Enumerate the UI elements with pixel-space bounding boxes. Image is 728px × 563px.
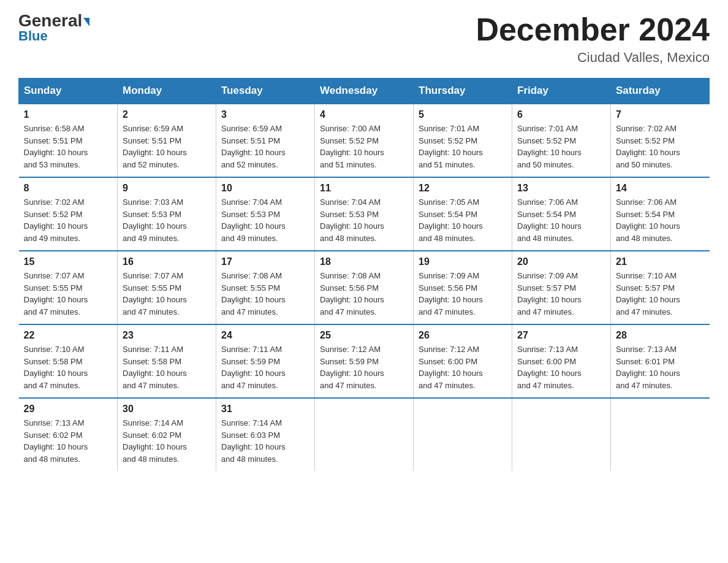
day-info: Sunrise: 6:59 AMSunset: 5:51 PMDaylight:… xyxy=(221,123,309,170)
week-row-1: 1Sunrise: 6:58 AMSunset: 5:51 PMDaylight… xyxy=(19,104,710,177)
day-number: 20 xyxy=(517,256,605,267)
day-info: Sunrise: 7:01 AMSunset: 5:52 PMDaylight:… xyxy=(517,123,605,170)
calendar-cell xyxy=(611,398,710,471)
page-header: General Blue December 2024 Ciudad Valles… xyxy=(18,12,710,66)
day-number: 24 xyxy=(221,330,309,341)
day-number: 6 xyxy=(517,109,605,120)
day-info: Sunrise: 7:13 AMSunset: 6:00 PMDaylight:… xyxy=(517,343,605,391)
calendar-cell: 5Sunrise: 7:01 AMSunset: 5:52 PMDaylight… xyxy=(414,104,512,177)
day-info: Sunrise: 7:07 AMSunset: 5:55 PMDaylight:… xyxy=(24,270,113,318)
calendar-header: Sunday Monday Tuesday Wednesday Thursday… xyxy=(19,79,710,104)
col-sunday: Sunday xyxy=(19,79,118,104)
calendar-cell: 20Sunrise: 7:09 AMSunset: 5:57 PMDayligh… xyxy=(512,251,611,324)
calendar-cell: 22Sunrise: 7:10 AMSunset: 5:58 PMDayligh… xyxy=(19,324,118,398)
calendar-cell: 31Sunrise: 7:14 AMSunset: 6:03 PMDayligh… xyxy=(216,398,315,471)
calendar-cell xyxy=(512,398,611,471)
page-subtitle: Ciudad Valles, Mexico xyxy=(476,50,710,66)
logo-triangle-icon xyxy=(83,18,89,26)
day-info: Sunrise: 7:02 AMSunset: 5:52 PMDaylight:… xyxy=(24,196,113,244)
day-number: 5 xyxy=(419,109,507,120)
calendar-table: Sunday Monday Tuesday Wednesday Thursday… xyxy=(18,78,710,471)
day-number: 17 xyxy=(221,256,309,267)
day-info: Sunrise: 7:08 AMSunset: 5:55 PMDaylight:… xyxy=(221,270,309,318)
calendar-cell: 27Sunrise: 7:13 AMSunset: 6:00 PMDayligh… xyxy=(512,324,611,398)
day-number: 27 xyxy=(517,330,605,341)
day-info: Sunrise: 7:09 AMSunset: 5:56 PMDaylight:… xyxy=(419,270,507,318)
week-row-3: 15Sunrise: 7:07 AMSunset: 5:55 PMDayligh… xyxy=(19,251,710,324)
week-row-4: 22Sunrise: 7:10 AMSunset: 5:58 PMDayligh… xyxy=(19,324,710,398)
day-number: 8 xyxy=(24,183,113,194)
day-info: Sunrise: 7:09 AMSunset: 5:57 PMDaylight:… xyxy=(517,270,605,318)
col-wednesday: Wednesday xyxy=(315,79,414,104)
calendar-cell: 17Sunrise: 7:08 AMSunset: 5:55 PMDayligh… xyxy=(216,251,315,324)
calendar-cell: 12Sunrise: 7:05 AMSunset: 5:54 PMDayligh… xyxy=(414,177,512,251)
calendar-cell: 11Sunrise: 7:04 AMSunset: 5:53 PMDayligh… xyxy=(315,177,414,251)
day-number: 12 xyxy=(419,183,507,194)
day-number: 14 xyxy=(616,183,705,194)
col-thursday: Thursday xyxy=(414,79,512,104)
day-info: Sunrise: 7:08 AMSunset: 5:56 PMDaylight:… xyxy=(320,270,408,318)
calendar-cell: 8Sunrise: 7:02 AMSunset: 5:52 PMDaylight… xyxy=(19,177,118,251)
day-info: Sunrise: 7:11 AMSunset: 5:58 PMDaylight:… xyxy=(123,343,211,391)
calendar-cell: 21Sunrise: 7:10 AMSunset: 5:57 PMDayligh… xyxy=(611,251,710,324)
week-row-2: 8Sunrise: 7:02 AMSunset: 5:52 PMDaylight… xyxy=(19,177,710,251)
calendar-cell: 6Sunrise: 7:01 AMSunset: 5:52 PMDaylight… xyxy=(512,104,611,177)
calendar-cell: 18Sunrise: 7:08 AMSunset: 5:56 PMDayligh… xyxy=(315,251,414,324)
calendar-cell: 15Sunrise: 7:07 AMSunset: 5:55 PMDayligh… xyxy=(19,251,118,324)
day-info: Sunrise: 7:07 AMSunset: 5:55 PMDaylight:… xyxy=(123,270,211,318)
calendar-cell: 9Sunrise: 7:03 AMSunset: 5:53 PMDaylight… xyxy=(118,177,216,251)
day-info: Sunrise: 7:02 AMSunset: 5:52 PMDaylight:… xyxy=(616,123,705,170)
header-row: Sunday Monday Tuesday Wednesday Thursday… xyxy=(19,79,710,104)
calendar-cell: 29Sunrise: 7:13 AMSunset: 6:02 PMDayligh… xyxy=(19,398,118,471)
calendar-cell: 16Sunrise: 7:07 AMSunset: 5:55 PMDayligh… xyxy=(118,251,216,324)
day-number: 21 xyxy=(616,256,705,267)
day-info: Sunrise: 7:11 AMSunset: 5:59 PMDaylight:… xyxy=(221,343,309,391)
day-info: Sunrise: 6:59 AMSunset: 5:51 PMDaylight:… xyxy=(123,123,211,170)
page-title: December 2024 xyxy=(476,12,710,47)
day-number: 25 xyxy=(320,330,408,341)
day-number: 4 xyxy=(320,109,408,120)
day-number: 31 xyxy=(221,404,309,415)
day-number: 11 xyxy=(320,183,408,194)
calendar-cell: 23Sunrise: 7:11 AMSunset: 5:58 PMDayligh… xyxy=(118,324,216,398)
day-info: Sunrise: 7:04 AMSunset: 5:53 PMDaylight:… xyxy=(221,196,309,244)
calendar-cell xyxy=(315,398,414,471)
week-row-5: 29Sunrise: 7:13 AMSunset: 6:02 PMDayligh… xyxy=(19,398,710,471)
day-info: Sunrise: 7:00 AMSunset: 5:52 PMDaylight:… xyxy=(320,123,408,170)
day-info: Sunrise: 7:14 AMSunset: 6:03 PMDaylight:… xyxy=(221,417,309,465)
calendar-cell: 19Sunrise: 7:09 AMSunset: 5:56 PMDayligh… xyxy=(414,251,512,324)
calendar-cell: 4Sunrise: 7:00 AMSunset: 5:52 PMDaylight… xyxy=(315,104,414,177)
title-block: December 2024 Ciudad Valles, Mexico xyxy=(476,12,710,66)
day-info: Sunrise: 7:03 AMSunset: 5:53 PMDaylight:… xyxy=(123,196,211,244)
calendar-cell xyxy=(414,398,512,471)
day-number: 13 xyxy=(517,183,605,194)
day-number: 1 xyxy=(24,109,113,120)
day-info: Sunrise: 7:06 AMSunset: 5:54 PMDaylight:… xyxy=(616,196,705,244)
calendar-cell: 3Sunrise: 6:59 AMSunset: 5:51 PMDaylight… xyxy=(216,104,315,177)
day-number: 2 xyxy=(123,109,211,120)
calendar-cell: 2Sunrise: 6:59 AMSunset: 5:51 PMDaylight… xyxy=(118,104,216,177)
day-number: 29 xyxy=(24,404,113,415)
col-friday: Friday xyxy=(512,79,611,104)
day-info: Sunrise: 7:04 AMSunset: 5:53 PMDaylight:… xyxy=(320,196,408,244)
calendar-cell: 10Sunrise: 7:04 AMSunset: 5:53 PMDayligh… xyxy=(216,177,315,251)
logo: General Blue xyxy=(18,12,89,44)
day-info: Sunrise: 7:10 AMSunset: 5:58 PMDaylight:… xyxy=(24,343,113,391)
col-monday: Monday xyxy=(118,79,216,104)
day-info: Sunrise: 7:12 AMSunset: 6:00 PMDaylight:… xyxy=(419,343,507,391)
calendar-cell: 25Sunrise: 7:12 AMSunset: 5:59 PMDayligh… xyxy=(315,324,414,398)
day-info: Sunrise: 7:10 AMSunset: 5:57 PMDaylight:… xyxy=(616,270,705,318)
day-info: Sunrise: 7:05 AMSunset: 5:54 PMDaylight:… xyxy=(419,196,507,244)
day-number: 10 xyxy=(221,183,309,194)
day-number: 16 xyxy=(123,256,211,267)
day-number: 7 xyxy=(616,109,705,120)
calendar-cell: 1Sunrise: 6:58 AMSunset: 5:51 PMDaylight… xyxy=(19,104,118,177)
calendar-cell: 24Sunrise: 7:11 AMSunset: 5:59 PMDayligh… xyxy=(216,324,315,398)
day-number: 3 xyxy=(221,109,309,120)
day-info: Sunrise: 7:13 AMSunset: 6:01 PMDaylight:… xyxy=(616,343,705,391)
day-number: 18 xyxy=(320,256,408,267)
day-number: 23 xyxy=(123,330,211,341)
day-number: 26 xyxy=(419,330,507,341)
day-number: 9 xyxy=(123,183,211,194)
calendar-body: 1Sunrise: 6:58 AMSunset: 5:51 PMDaylight… xyxy=(19,104,710,471)
